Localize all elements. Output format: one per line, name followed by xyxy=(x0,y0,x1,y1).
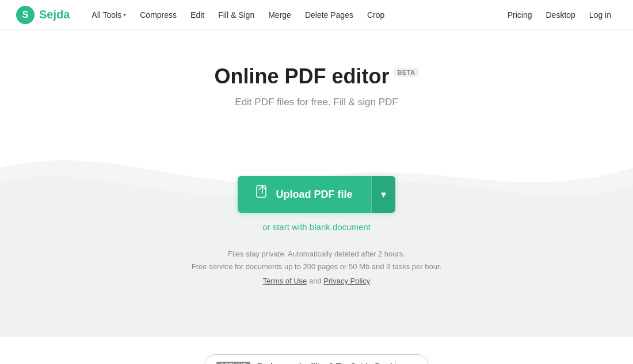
logo-text: Sejda xyxy=(39,8,70,21)
wave-background xyxy=(0,136,633,337)
nav-login[interactable]: Log in xyxy=(584,7,617,23)
upload-area: Upload PDF file ▾ or start with blank do… xyxy=(0,136,633,337)
main-nav: All Tools ▾ Compress Edit Fill & Sign Me… xyxy=(86,7,501,23)
nav-all-tools[interactable]: All Tools ▾ xyxy=(86,7,132,23)
upload-pdf-button[interactable]: Upload PDF file xyxy=(238,176,371,213)
offline-text: Rather work offline? Try Sejda Desktop xyxy=(257,361,407,364)
nav-merge[interactable]: Merge xyxy=(262,7,297,23)
privacy-links: Terms of Use and Privacy Policy xyxy=(192,277,441,285)
nav-delete-pages[interactable]: Delete Pages xyxy=(299,7,359,23)
logo-icon: S xyxy=(16,6,35,24)
main-content: Online PDF editor BETA Edit PDF files fo… xyxy=(0,30,633,364)
nav-compress[interactable]: Compress xyxy=(134,7,182,23)
upload-dropdown-button[interactable]: ▾ xyxy=(371,176,395,213)
logo-link[interactable]: S Sejda xyxy=(16,6,70,24)
chevron-right-icon: › xyxy=(413,361,416,364)
hero-subtitle: Edit PDF files for free. Fill & sign PDF xyxy=(235,97,398,108)
privacy-info: Files stay private. Automatically delete… xyxy=(192,248,441,285)
upload-content: Upload PDF file ▾ or start with blank do… xyxy=(238,176,395,232)
nav-crop[interactable]: Crop xyxy=(361,7,390,23)
terms-link[interactable]: Terms of Use xyxy=(263,277,307,285)
nav-desktop[interactable]: Desktop xyxy=(540,7,581,23)
upload-button-group: Upload PDF file ▾ xyxy=(238,176,395,213)
nav-pricing[interactable]: Pricing xyxy=(502,7,538,23)
chevron-down-icon: ▾ xyxy=(123,12,126,18)
privacy-policy-link[interactable]: Privacy Policy xyxy=(323,277,370,285)
privacy-line1: Files stay private. Automatically delete… xyxy=(192,248,441,260)
nav-fill-sign[interactable]: Fill & Sign xyxy=(212,7,260,23)
blank-document-link[interactable]: or start with blank document xyxy=(262,222,371,232)
pdf-icon xyxy=(256,185,269,204)
beta-badge: BETA xyxy=(394,68,418,77)
offline-section: OFFLINE Rather work offline? Try Sejda D… xyxy=(204,337,428,364)
chevron-down-icon: ▾ xyxy=(381,188,386,201)
nav-right: Pricing Desktop Log in xyxy=(502,7,617,23)
nav-edit[interactable]: Edit xyxy=(185,7,210,23)
hero-title: Online PDF editor BETA xyxy=(214,64,418,89)
privacy-line2: Free service for documents up to 200 pag… xyxy=(192,260,441,273)
offline-badge: OFFLINE xyxy=(216,362,250,364)
offline-banner[interactable]: OFFLINE Rather work offline? Try Sejda D… xyxy=(204,354,428,364)
